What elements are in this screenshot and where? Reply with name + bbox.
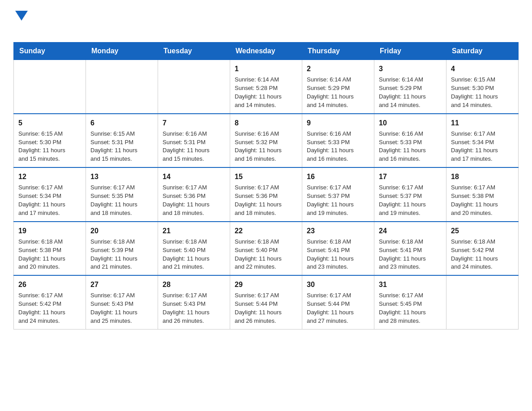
day-info: Sunset: 5:41 PM	[379, 246, 442, 255]
day-number: 16	[307, 171, 369, 182]
day-number: 3	[379, 64, 442, 74]
day-number: 27	[90, 279, 153, 290]
day-info: Sunset: 5:30 PM	[451, 84, 514, 93]
calendar-header-monday: Monday	[86, 43, 158, 60]
day-info: Sunrise: 6:18 AM	[90, 238, 153, 246]
day-info: Daylight: 11 hours	[235, 255, 297, 263]
calendar-cell	[158, 60, 230, 114]
day-info: and 26 minutes.	[163, 317, 225, 325]
day-info: Sunrise: 6:17 AM	[235, 291, 297, 300]
day-info: Sunset: 5:40 PM	[163, 246, 225, 255]
day-info: and 16 minutes.	[379, 155, 442, 163]
calendar-cell: 14Sunrise: 6:17 AMSunset: 5:36 PMDayligh…	[158, 167, 230, 222]
day-number: 24	[379, 226, 442, 236]
day-info: Daylight: 11 hours	[235, 308, 297, 317]
day-number: 7	[163, 118, 225, 128]
day-info: Daylight: 11 hours	[163, 255, 225, 263]
day-info: and 18 minutes.	[163, 209, 225, 218]
calendar-week-row: 19Sunrise: 6:18 AMSunset: 5:38 PMDayligh…	[14, 222, 519, 276]
day-info: Daylight: 11 hours	[163, 146, 225, 155]
day-info: and 16 minutes.	[235, 155, 297, 163]
day-number: 8	[235, 118, 297, 128]
calendar-cell: 2Sunrise: 6:14 AMSunset: 5:29 PMDaylight…	[302, 60, 374, 114]
day-info: Sunset: 5:44 PM	[235, 300, 297, 308]
day-info: and 21 minutes.	[163, 263, 225, 271]
day-info: Sunset: 5:42 PM	[451, 246, 514, 255]
calendar-header-sunday: Sunday	[14, 43, 86, 60]
day-info: Sunrise: 6:18 AM	[307, 238, 369, 246]
day-info: and 17 minutes.	[451, 155, 514, 163]
day-info: Sunrise: 6:17 AM	[90, 291, 153, 300]
day-info: and 20 minutes.	[18, 263, 81, 271]
day-info: Sunrise: 6:17 AM	[18, 291, 81, 300]
calendar-table: SundayMondayTuesdayWednesdayThursdayFrid…	[13, 42, 519, 330]
calendar-cell: 26Sunrise: 6:17 AMSunset: 5:42 PMDayligh…	[14, 275, 86, 329]
day-info: and 14 minutes.	[307, 101, 369, 110]
day-info: and 24 minutes.	[451, 263, 514, 271]
day-info: Daylight: 11 hours	[163, 308, 225, 317]
calendar-header-tuesday: Tuesday	[158, 43, 230, 60]
day-number: 9	[307, 118, 369, 128]
day-info: Sunrise: 6:16 AM	[235, 130, 297, 138]
day-info: Daylight: 11 hours	[18, 308, 81, 317]
day-number: 13	[90, 171, 153, 182]
day-info: Sunset: 5:31 PM	[90, 138, 153, 147]
day-info: Sunset: 5:36 PM	[235, 192, 297, 201]
day-info: Sunrise: 6:17 AM	[451, 130, 514, 138]
day-info: Daylight: 11 hours	[90, 201, 153, 209]
calendar-cell: 3Sunrise: 6:14 AMSunset: 5:29 PMDaylight…	[374, 60, 446, 114]
calendar-cell: 19Sunrise: 6:18 AMSunset: 5:38 PMDayligh…	[14, 222, 86, 276]
day-info: Sunset: 5:38 PM	[18, 246, 81, 255]
day-info: Daylight: 11 hours	[18, 201, 81, 209]
day-number: 11	[451, 118, 514, 128]
day-info: Sunset: 5:43 PM	[163, 300, 225, 308]
day-info: Sunset: 5:38 PM	[451, 192, 514, 201]
day-info: and 15 minutes.	[18, 155, 81, 163]
calendar-week-row: 1Sunrise: 6:14 AMSunset: 5:28 PMDaylight…	[14, 60, 519, 114]
calendar-cell: 16Sunrise: 6:17 AMSunset: 5:37 PMDayligh…	[302, 167, 374, 222]
day-info: Sunset: 5:30 PM	[18, 138, 81, 147]
calendar-cell: 29Sunrise: 6:17 AMSunset: 5:44 PMDayligh…	[230, 275, 302, 329]
day-info: Sunset: 5:41 PM	[307, 246, 369, 255]
day-info: and 16 minutes.	[307, 155, 369, 163]
day-info: and 15 minutes.	[163, 155, 225, 163]
day-info: and 21 minutes.	[90, 263, 153, 271]
day-info: Daylight: 11 hours	[90, 146, 153, 155]
day-info: Daylight: 11 hours	[307, 255, 369, 263]
calendar-cell	[446, 275, 519, 329]
day-info: Sunrise: 6:16 AM	[163, 130, 225, 138]
day-info: Sunrise: 6:14 AM	[379, 76, 442, 84]
day-info: Sunset: 5:39 PM	[90, 246, 153, 255]
calendar-cell: 25Sunrise: 6:18 AMSunset: 5:42 PMDayligh…	[446, 222, 519, 276]
day-info: Sunset: 5:34 PM	[18, 192, 81, 201]
day-number: 14	[163, 171, 225, 182]
day-info: Sunset: 5:32 PM	[235, 138, 297, 147]
day-info: and 25 minutes.	[90, 317, 153, 325]
day-info: Sunrise: 6:18 AM	[163, 238, 225, 246]
day-info: and 24 minutes.	[18, 317, 81, 325]
calendar-week-row: 12Sunrise: 6:17 AMSunset: 5:34 PMDayligh…	[14, 167, 519, 222]
day-number: 25	[451, 226, 514, 236]
day-info: Sunset: 5:34 PM	[451, 138, 514, 147]
day-number: 5	[18, 118, 81, 128]
day-info: and 28 minutes.	[379, 317, 442, 325]
calendar-cell: 28Sunrise: 6:17 AMSunset: 5:43 PMDayligh…	[158, 275, 230, 329]
day-info: and 19 minutes.	[379, 209, 442, 218]
day-number: 1	[235, 64, 297, 74]
calendar-cell: 10Sunrise: 6:16 AMSunset: 5:33 PMDayligh…	[374, 114, 446, 168]
day-number: 21	[163, 226, 225, 236]
day-info: Sunset: 5:37 PM	[307, 192, 369, 201]
day-info: Sunrise: 6:17 AM	[163, 291, 225, 300]
calendar-header-thursday: Thursday	[302, 43, 374, 60]
day-info: Sunset: 5:43 PM	[90, 300, 153, 308]
calendar-cell: 31Sunrise: 6:17 AMSunset: 5:45 PMDayligh…	[374, 275, 446, 329]
calendar-cell: 7Sunrise: 6:16 AMSunset: 5:31 PMDaylight…	[158, 114, 230, 168]
day-info: Sunrise: 6:16 AM	[379, 130, 442, 138]
day-number: 18	[451, 171, 514, 182]
calendar-cell: 21Sunrise: 6:18 AMSunset: 5:40 PMDayligh…	[158, 222, 230, 276]
day-info: Sunrise: 6:18 AM	[379, 238, 442, 246]
day-info: Sunset: 5:35 PM	[90, 192, 153, 201]
calendar-header-saturday: Saturday	[446, 43, 519, 60]
day-info: Sunrise: 6:16 AM	[307, 130, 369, 138]
calendar-cell	[14, 60, 86, 114]
